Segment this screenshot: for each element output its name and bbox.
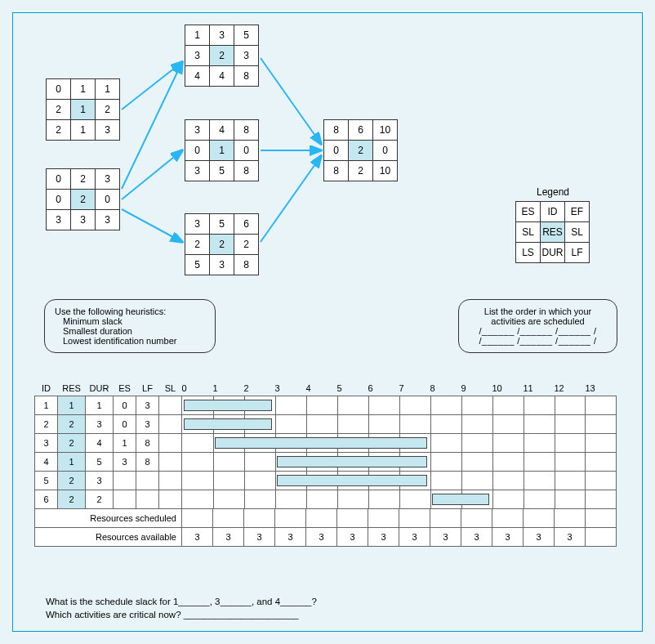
heuristic-2: Smallest duration [63, 326, 205, 336]
gantt-row: 523 [35, 471, 617, 490]
gantt-bar [215, 437, 427, 449]
time-7: 7 [399, 381, 430, 396]
col-sl: SL [159, 381, 182, 396]
gantt-bar [277, 475, 427, 486]
svg-line-6 [261, 156, 321, 242]
heuristic-3: Lowest identification number [63, 336, 205, 346]
gantt-row: 622 [35, 490, 617, 508]
svg-line-3 [122, 209, 182, 242]
time-2: 2 [244, 381, 275, 396]
col-dur: DUR [86, 381, 114, 396]
gantt-bar [184, 400, 272, 411]
time-13: 13 [586, 381, 617, 396]
gantt-bar [432, 494, 489, 505]
col-lf: LF [136, 381, 159, 396]
time-3: 3 [275, 381, 306, 396]
heuristics-box: Use the following heuristics: Minimum sl… [44, 299, 216, 353]
time-8: 8 [430, 381, 461, 396]
heuristic-1: Minimum slack [63, 316, 205, 326]
order-title-line1: List the order in which your [469, 306, 607, 316]
svg-line-1 [122, 62, 182, 189]
row-available: Resources available3333333333333 [35, 527, 617, 546]
order-blanks-1: /______ /______ /______ / [469, 326, 607, 336]
gantt-row: 11103 [35, 396, 617, 414]
gantt-row: 41538 [35, 452, 617, 471]
time-10: 10 [492, 381, 524, 396]
question-2: Which activities are critical now? _____… [46, 608, 317, 621]
time-12: 12 [555, 381, 586, 396]
time-9: 9 [461, 381, 492, 396]
page: 011 212 213 023 020 333 135 323 448 348 … [0, 0, 655, 644]
col-res: RES [58, 381, 86, 396]
order-box: List the order in which your activities … [458, 299, 617, 353]
question-1: What is the schedule slack for 1______, … [46, 595, 317, 608]
time-1: 1 [213, 381, 244, 396]
svg-line-4 [261, 58, 321, 144]
col-id: ID [35, 381, 58, 396]
order-title-line2: activities are scheduled [469, 316, 607, 326]
gantt-bar [184, 418, 272, 430]
time-6: 6 [368, 381, 399, 396]
questions: What is the schedule slack for 1______, … [46, 595, 317, 621]
svg-line-2 [122, 150, 182, 199]
order-blanks-2: /______ /______ /______ / [469, 336, 607, 346]
diagram-container: 011 212 213 023 020 333 135 323 448 348 … [12, 12, 643, 632]
svg-line-0 [122, 62, 182, 110]
row-scheduled: Resources scheduled [35, 508, 617, 527]
gantt-table: IDRESDURESLFSL01234567891011121311103223… [34, 381, 617, 547]
col-es: ES [114, 381, 136, 396]
network-arrows [13, 13, 642, 283]
heuristics-title: Use the following heuristics: [55, 306, 205, 316]
time-0: 0 [182, 381, 213, 396]
gantt-row: 32418 [35, 433, 617, 452]
time-4: 4 [306, 381, 337, 396]
gantt-row: 22303 [35, 414, 617, 433]
time-5: 5 [337, 381, 368, 396]
gantt-bar [277, 456, 427, 467]
time-11: 11 [524, 381, 555, 396]
